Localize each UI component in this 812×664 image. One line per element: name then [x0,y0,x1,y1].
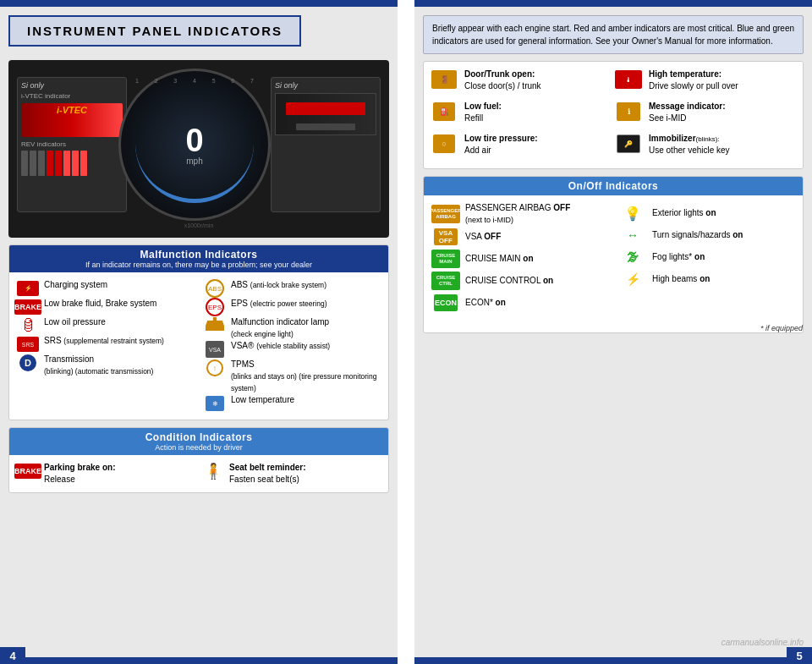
footnote: * if equipped [424,324,803,332]
seatbelt-icon: 🧍 [204,462,222,480]
oil-icon: 🛢 [20,317,36,335]
info-immobilizer: 🔑 Immobilizer(blinks): Use other vehicle… [615,133,796,156]
onoff-cruise-control: CRUISECTRL CRUISE CONTROL on [431,270,609,292]
tire-pressure-icon: ○ [433,134,455,153]
parking-brake-icon: BRAKE [14,464,41,479]
onoff-left-col: PASSENGERAIRBAG PASSENGER AIRBAG OFF (ne… [431,202,609,314]
indicator-oil: 🛢 Low oil pressure [16,316,195,335]
turn-signal-icon: ↔ [627,228,639,242]
info-text-box: Briefly appear with each engine start. R… [423,15,804,54]
condition-seatbelt: 🧍 Seat belt reminder: Fasten seat belt(s… [201,462,381,486]
onoff-high-beam: ⚡ High beams on [617,268,796,290]
onoff-airbag: PASSENGERAIRBAG PASSENGER AIRBAG OFF (ne… [431,202,609,226]
info-fuel: ⛽ Low fuel: Refill [431,101,612,124]
page-number-left: 4 [0,647,25,664]
condition-header: Condition Indicators Action is needed by… [9,428,388,455]
srs-icon: SRS [17,337,39,352]
info-message: ℹ Message indicator: See i-MID [615,101,796,124]
tpms-icon: ! [206,359,223,376]
page-title: INSTRUMENT PANEL INDICATORS [8,15,301,47]
onoff-cruise-main: CRUISEMAIN CRUISE MAIN on [431,248,609,270]
indicator-vsa: VSA VSA® (vehicle stability assist) [203,340,381,359]
low-temp-icon: ❄ [206,396,224,411]
engine-icon [206,317,224,334]
malfunction-right-col: ABS ABS (anti-lock brake system) EPS EPS… [203,279,381,413]
info-right-col: 🌡 High temperature: Drive slowly or pull… [615,69,796,162]
info-door: 🚪 Door/Trunk open: Close door(s) / trunk [431,69,612,92]
high-beam-icon: ⚡ [626,272,640,286]
rev-bars [21,151,123,176]
transmission-d-icon: D [19,354,36,371]
onoff-right-col: 💡 Exterior lights on ↔ Turn signals/haza… [617,202,796,314]
condition-indicators-box: Condition Indicators Action is needed by… [8,427,389,493]
info-left-col: 🚪 Door/Trunk open: Close door(s) / trunk… [431,69,612,162]
onoff-vsa-off: VSAOFF VSA OFF [431,226,609,248]
malfunction-indicators-box: Malfunction Indicators If an indicator r… [8,244,389,420]
indicator-low-temp: ❄ Low temperature [203,394,381,413]
dashboard-image: Si only i-VTEC indicator i-VTEC REV indi… [8,60,389,238]
onoff-turn-signal: ↔ Turn signals/hazards on [617,224,796,246]
eps-icon: EPS [206,298,224,316]
info-indicators-box: 🚪 Door/Trunk open: Close door(s) / trunk… [423,61,804,169]
onoff-indicators-box: On/Off Indicators PASSENGERAIRBAG PASSEN… [423,176,804,333]
high-temp-icon: 🌡 [615,70,642,89]
indicator-abs: ABS ABS (anti-lock brake system) [203,279,381,298]
speedometer: 0 mph 1234567 x1000r/min [118,69,279,229]
message-icon: ℹ [617,102,640,121]
econ-icon: ECON [434,294,458,311]
indicator-mil: Malfunction indicator lamp (check engine… [203,316,381,340]
indicator-charging: ⚡ Charging system [16,279,195,298]
vsa-off-icon: VSAOFF [434,228,458,245]
battery-icon: ⚡ [17,281,39,296]
info-high-temp: 🌡 High temperature: Drive slowly or pull… [615,69,796,92]
door-icon: 🚪 [431,70,457,89]
brake-icon: BRAKE [14,299,41,315]
vsa-icon: VSA [206,341,224,358]
indicator-srs: SRS SRS (supplemental restraint system) [16,335,195,354]
indicator-tpms: ! TPMS (blinks and stays on) (tire press… [203,359,381,394]
cruise-control-icon: CRUISECTRL [431,272,460,290]
si-panel-right: Si only [271,77,381,212]
info-tire: ○ Low tire pressure: Add air [431,133,612,156]
abs-icon: ABS [206,279,224,298]
airbag-off-icon: PASSENGERAIRBAG [431,205,460,223]
condition-parking-brake: BRAKE Parking brake on: Release [16,462,196,486]
cruise-main-icon: CRUISEMAIN [431,250,460,268]
immobilizer-icon: 🔑 [617,134,640,153]
malfunction-header: Malfunction Indicators If an indicator r… [9,245,388,272]
indicator-brake: BRAKE Low brake fluid, Brake system [16,298,195,316]
exterior-lights-icon: 💡 [624,206,641,222]
si-panel-left: Si only i-VTEC indicator i-VTEC REV indi… [17,77,127,212]
indicator-transmission: D Transmission (blinking) (automatic tra… [16,354,195,377]
fog-lights-icon: 🌫 [627,250,639,264]
fuel-icon: ⛽ [433,102,455,121]
onoff-fog: 🌫 Fog lights* on [617,246,796,268]
page-number-right: 5 [787,647,812,664]
onoff-ext-lights: 💡 Exterior lights on [617,202,796,224]
watermark: carmanualsonline.info [721,638,804,647]
indicator-eps: EPS EPS (electric power steering) [203,298,381,316]
onoff-econ: ECON ECON* on [431,292,609,314]
malfunction-left-col: ⚡ Charging system BRAKE Low brake fluid,… [16,279,195,413]
